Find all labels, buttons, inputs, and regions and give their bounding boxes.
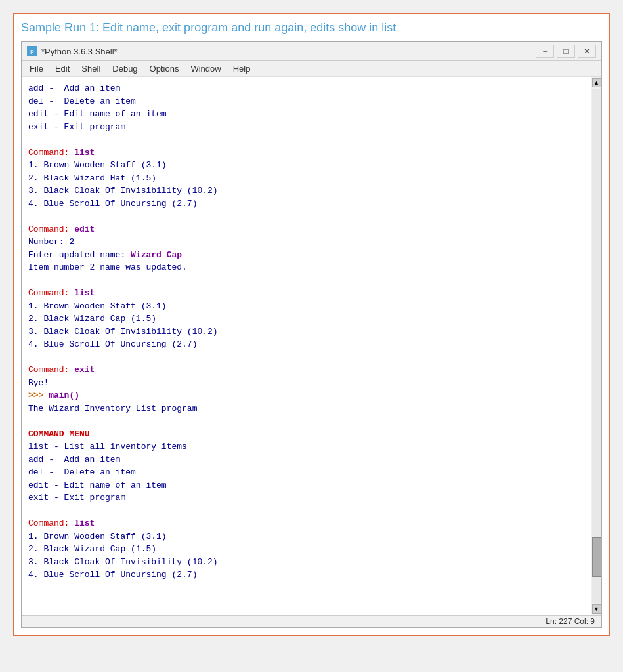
shell-line: Bye! [28, 377, 584, 390]
shell-text: 2. Black Wizard Cap (1.5) [28, 314, 156, 324]
input-prompt-label: Enter updated name: [28, 250, 131, 260]
scroll-thumb[interactable] [592, 537, 601, 577]
shell-line: COMMAND MENU [28, 428, 584, 441]
menu-window[interactable]: Window [185, 62, 226, 75]
title-bar: P *Python 3.6.3 Shell* − □ ✕ [22, 42, 601, 61]
command-label: Command: [28, 518, 74, 528]
input-prompt-value: Wizard Cap [131, 250, 182, 260]
shell-line: The Wizard Inventory List program [28, 402, 584, 415]
window-title: *Python 3.6.3 Shell* [41, 47, 118, 56]
shell-line: add - Add an item [28, 82, 584, 95]
shell-area: add - Add an itemdel - Delete an itemedi… [22, 77, 601, 615]
shell-line: 4. Blue Scroll Of Uncursing (2.7) [28, 338, 584, 351]
shell-content[interactable]: add - Add an itemdel - Delete an itemedi… [22, 77, 591, 615]
shell-line: 3. Black Cloak Of Invisibility (10.2) [28, 556, 584, 569]
menu-edit[interactable]: Edit [50, 62, 75, 75]
scroll-down-arrow[interactable]: ▼ [592, 604, 601, 614]
shell-text: add - Add an item [28, 455, 120, 465]
shell-text: 1. Brown Wooden Staff (3.1) [28, 301, 167, 311]
shell-line [28, 210, 584, 223]
shell-line: 4. Blue Scroll Of Uncursing (2.7) [28, 568, 584, 581]
shell-text: 4. Blue Scroll Of Uncursing (2.7) [28, 339, 197, 349]
command-value: list [74, 518, 95, 528]
command-label: Command: [28, 288, 74, 298]
shell-line [28, 133, 584, 146]
menu-file[interactable]: File [24, 62, 49, 75]
shell-text: 2. Black Wizard Hat (1.5) [28, 173, 156, 183]
shell-line: del - Delete an item [28, 466, 584, 479]
shell-line: edit - Edit name of an item [28, 479, 584, 492]
shell-line: add - Add an item [28, 453, 584, 467]
shell-line: >>> main() [28, 389, 584, 402]
status-text: Ln: 227 Col: 9 [546, 617, 595, 626]
shell-line [28, 274, 584, 287]
shell-text: del - Delete an item [28, 467, 136, 477]
shell-line: 4. Blue Scroll Of Uncursing (2.7) [28, 198, 584, 211]
minimize-button[interactable]: − [536, 45, 554, 58]
shell-line: Enter updated name: Wizard Cap [28, 249, 584, 262]
scrollbar[interactable]: ▲ ▼ [591, 77, 601, 615]
shell-line: Command: edit [28, 223, 584, 236]
python-icon: P [27, 46, 37, 56]
shell-line: Command: list [28, 287, 584, 300]
shell-line: 3. Black Cloak Of Invisibility (10.2) [28, 326, 584, 339]
shell-line: 1. Brown Wooden Staff (3.1) [28, 530, 584, 543]
command-value: edit [74, 224, 95, 234]
shell-line: 2. Black Wizard Cap (1.5) [28, 312, 584, 326]
shell-line: Command: list [28, 146, 584, 159]
status-bar: Ln: 227 Col: 9 [22, 615, 601, 627]
shell-line: 1. Brown Wooden Staff (3.1) [28, 159, 584, 172]
shell-text: 4. Blue Scroll Of Uncursing (2.7) [28, 570, 197, 579]
menu-options[interactable]: Options [144, 62, 184, 75]
close-button[interactable]: ✕ [578, 45, 596, 58]
command-value: exit [74, 365, 95, 375]
shell-line [28, 351, 584, 364]
shell-text: 3. Black Cloak Of Invisibility (10.2) [28, 327, 218, 337]
shell-text: The Wizard Inventory List program [28, 404, 197, 413]
shell-line: Command: list [28, 517, 584, 530]
shell-line: 2. Black Wizard Cap (1.5) [28, 543, 584, 556]
shell-line: 1. Brown Wooden Staff (3.1) [28, 300, 584, 313]
shell-line: 2. Black Wizard Hat (1.5) [28, 172, 584, 185]
menu-help[interactable]: Help [228, 62, 256, 75]
shell-text: Bye! [28, 378, 49, 388]
shell-text: 1. Brown Wooden Staff (3.1) [28, 160, 167, 170]
scroll-track[interactable] [592, 89, 601, 603]
outer-container: Sample Run 1: Edit name, exit program an… [13, 13, 610, 636]
sample-title: Sample Run 1: Edit name, exit program an… [21, 21, 602, 35]
shell-text: exit - Exit program [28, 493, 125, 503]
svg-text:P: P [30, 49, 34, 55]
title-bar-buttons: − □ ✕ [536, 45, 596, 58]
window-frame: P *Python 3.6.3 Shell* − □ ✕ File Edit S… [21, 41, 602, 628]
shell-line: del - Delete an item [28, 95, 584, 108]
shell-text: 1. Brown Wooden Staff (3.1) [28, 532, 167, 541]
shell-text: list - List all inventory items [28, 442, 187, 452]
shell-line: 3. Black Cloak Of Invisibility (10.2) [28, 184, 584, 198]
shell-text: Number: 2 [28, 237, 74, 247]
scroll-up-arrow[interactable]: ▲ [592, 78, 601, 87]
shell-line [28, 415, 584, 428]
shell-line: edit - Edit name of an item [28, 108, 584, 121]
command-label: Command: [28, 224, 74, 234]
shell-line: list - List all inventory items [28, 440, 584, 453]
shell-text: edit - Edit name of an item [28, 480, 167, 490]
shell-text: edit - Edit name of an item [28, 109, 167, 119]
command-label: Command: [28, 148, 74, 158]
menu-title-text: COMMAND MENU [28, 429, 90, 439]
shell-line: Item number 2 name was updated. [28, 261, 584, 274]
shell-text: 2. Black Wizard Cap (1.5) [28, 544, 156, 554]
shell-text: Item number 2 name was updated. [28, 262, 187, 272]
menu-bar: File Edit Shell Debug Options Window Hel… [22, 61, 601, 77]
shell-text: 3. Black Cloak Of Invisibility (10.2) [28, 186, 218, 196]
maximize-button[interactable]: □ [557, 45, 575, 58]
repl-code: main() [49, 390, 79, 400]
command-value: list [74, 148, 95, 158]
command-value: list [74, 288, 95, 298]
menu-debug[interactable]: Debug [107, 62, 142, 75]
shell-text: exit - Exit program [28, 122, 125, 132]
shell-text: 3. Black Cloak Of Invisibility (10.2) [28, 557, 218, 567]
menu-shell[interactable]: Shell [76, 62, 106, 75]
repl-prompt: >>> [28, 390, 49, 400]
title-bar-left: P *Python 3.6.3 Shell* [27, 46, 118, 56]
shell-line: exit - Exit program [28, 121, 584, 134]
